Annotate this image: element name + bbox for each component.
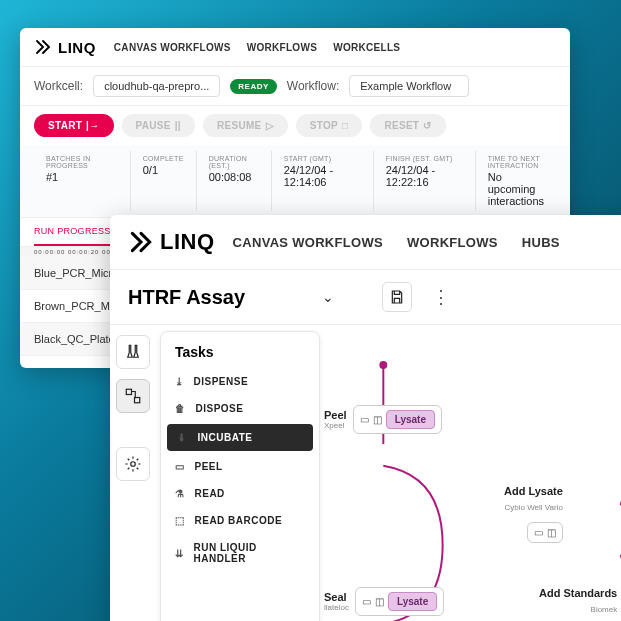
trash-icon: 🗑 — [175, 403, 186, 414]
peel-icon: ▭ — [175, 461, 185, 472]
labware-icon: ◫ — [547, 527, 556, 538]
sidebar-tasks-icon[interactable] — [116, 379, 150, 413]
svg-rect-0 — [126, 389, 131, 394]
stat-duration: DURATION (EST.)00:08:08 — [197, 151, 272, 211]
lysate-tag: Lysate — [386, 410, 435, 429]
nav-workflows[interactable]: WORKFLOWS — [407, 235, 498, 250]
play-icon: ▷ — [266, 120, 274, 131]
workflow-select[interactable]: Example Workflow — [349, 75, 469, 97]
flask-icon: ⚗ — [175, 488, 185, 499]
labware-icon: ◫ — [375, 596, 384, 607]
task-dispose[interactable]: 🗑DISPOSE — [161, 395, 319, 422]
workflow-title: HTRF Assay — [128, 286, 308, 309]
tab-run-progress[interactable]: RUN PROGRESS — [34, 218, 111, 246]
workcell-label: Workcell: — [34, 79, 83, 93]
chevron-down-icon[interactable]: ⌄ — [322, 289, 334, 305]
workflow-label: Workflow: — [287, 79, 339, 93]
lysate-tag: Lysate — [388, 592, 437, 611]
node-peel[interactable]: Peel Xpeel ▭ ◫ Lysate — [324, 405, 442, 434]
barcode-icon: ⬚ — [175, 515, 185, 526]
app-window-canvas: LINQ CANVAS WORKFLOWS WORKFLOWS HUBS HTR… — [110, 215, 621, 621]
stat-start: START (GMT)24/12/04 - 12:14:06 — [272, 151, 374, 211]
nav-workflows[interactable]: WORKFLOWS — [247, 42, 317, 53]
logo-icon — [34, 38, 52, 56]
context-row: Workcell: cloudhub-qa-prepro... READY Wo… — [20, 67, 570, 106]
workflow-canvas[interactable]: Peel Xpeel ▭ ◫ Lysate Add Lysate Cybio W… — [324, 325, 621, 621]
stat-next-interaction: TIME TO NEXT INTERACTIONNo upcoming inte… — [476, 151, 556, 211]
nav-hubs[interactable]: HUBS — [522, 235, 560, 250]
task-incubate[interactable]: 🌡INCUBATE — [167, 424, 313, 451]
task-dispense[interactable]: ⤓DISPENSE — [161, 368, 319, 395]
run-controls: START |→ PAUSE || RESUME ▷ STOP □ RESET … — [20, 106, 570, 145]
logo: LINQ — [34, 38, 96, 56]
save-icon — [389, 289, 405, 305]
task-read-barcode[interactable]: ⬚READ BARCODE — [161, 507, 319, 534]
pause-icon: || — [175, 120, 181, 131]
node-add-standards[interactable]: Add Standards Biomek ▭ — [539, 587, 617, 621]
pipette-icon: ⇊ — [175, 548, 184, 559]
device-icon: ▭ — [362, 596, 371, 607]
run-stats: BATCHES IN PROGRESS#1 COMPLETE0/1 DURATI… — [20, 145, 570, 218]
start-button[interactable]: START |→ — [34, 114, 114, 137]
logo: LINQ — [128, 229, 215, 255]
title-row: HTRF Assay ⌄ ⋮ — [110, 270, 621, 325]
stat-complete: COMPLETE0/1 — [131, 151, 197, 211]
nav-canvas-workflows[interactable]: CANVAS WORKFLOWS — [114, 42, 231, 53]
thermometer-icon: 🌡 — [177, 432, 188, 443]
stop-icon: □ — [342, 120, 348, 131]
svg-point-3 — [379, 361, 387, 369]
status-badge: READY — [230, 79, 277, 94]
labware-icon: ◫ — [373, 414, 382, 425]
stop-button[interactable]: STOP □ — [296, 114, 363, 137]
editor-body: Tasks ⤓DISPENSE 🗑DISPOSE 🌡INCUBATE ▭PEEL… — [110, 325, 621, 621]
gear-icon — [124, 455, 142, 473]
reset-button[interactable]: RESET ↺ — [370, 114, 445, 137]
nav-canvas-workflows[interactable]: CANVAS WORKFLOWS — [233, 235, 383, 250]
logo-icon — [128, 229, 154, 255]
topbar: LINQ CANVAS WORKFLOWS WORKFLOWS WORKCELL… — [20, 28, 570, 67]
node-add-lysate[interactable]: Add Lysate Cybio Well Vario ▭ ◫ — [504, 485, 563, 543]
svg-point-2 — [131, 462, 136, 467]
topbar: LINQ CANVAS WORKFLOWS WORKFLOWS HUBS — [110, 215, 621, 270]
reset-icon: ↺ — [423, 120, 431, 131]
tool-sidebar — [110, 325, 156, 621]
svg-rect-1 — [135, 398, 140, 403]
task-read[interactable]: ⚗READ — [161, 480, 319, 507]
stat-batches: BATCHES IN PROGRESS#1 — [34, 151, 131, 211]
task-peel[interactable]: ▭PEEL — [161, 453, 319, 480]
start-icon: |→ — [86, 120, 99, 131]
workcell-select[interactable]: cloudhub-qa-prepro... — [93, 75, 220, 97]
stat-finish: FINISH (EST. GMT)24/12/04 - 12:22:16 — [374, 151, 476, 211]
device-icon: ▭ — [360, 414, 369, 425]
dispense-icon: ⤓ — [175, 376, 184, 387]
flow-lines — [324, 325, 621, 621]
more-menu[interactable]: ⋮ — [426, 286, 456, 308]
nav-workcells[interactable]: WORKCELLS — [333, 42, 400, 53]
main-nav: CANVAS WORKFLOWS WORKFLOWS WORKCELLS — [114, 42, 400, 53]
sidebar-labware-icon[interactable] — [116, 335, 150, 369]
main-nav: CANVAS WORKFLOWS WORKFLOWS HUBS — [233, 235, 560, 250]
node-seal[interactable]: Seal llateloc ▭ ◫ Lysate — [324, 587, 444, 616]
resume-button[interactable]: RESUME ▷ — [203, 114, 288, 137]
tasks-header: Tasks — [161, 342, 319, 368]
save-button[interactable] — [382, 282, 412, 312]
sidebar-settings-icon[interactable] — [116, 447, 150, 481]
tasks-panel: Tasks ⤓DISPENSE 🗑DISPOSE 🌡INCUBATE ▭PEEL… — [160, 331, 320, 621]
device-icon: ▭ — [534, 527, 543, 538]
task-run-liquid-handler[interactable]: ⇊RUN LIQUID HANDLER — [161, 534, 319, 572]
pause-button[interactable]: PAUSE || — [122, 114, 195, 137]
